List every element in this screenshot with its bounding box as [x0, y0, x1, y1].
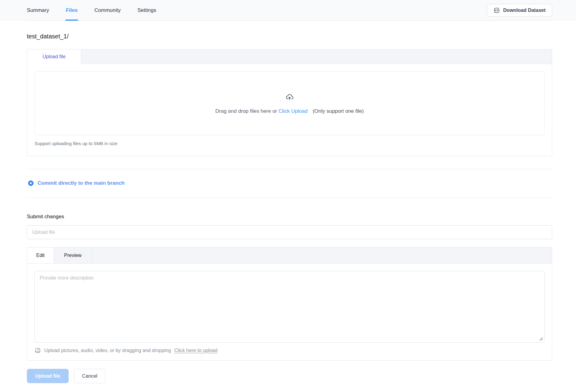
nav-tab-label: Summary	[27, 7, 49, 13]
upload-file-panel: Upload file Drag and drop files here or …	[27, 49, 552, 156]
tab-edit-label: Edit	[36, 253, 45, 258]
editor-tabbar: Edit Preview	[27, 248, 552, 264]
tab-upload-file[interactable]: Upload file	[27, 49, 81, 64]
attachment-helper-row: Upload pictures, audio, video, or by dra…	[34, 347, 545, 354]
section-divider	[27, 198, 552, 198]
description-editor-panel: Edit Preview	[27, 247, 552, 361]
dropzone-text-main: Drag and drop files here or	[215, 108, 277, 114]
submit-changes-heading: Submit changes	[27, 214, 552, 220]
nav-tab-files[interactable]: Files	[66, 0, 78, 21]
tab-preview-label: Preview	[64, 253, 81, 258]
editor-body: Upload pictures, audio, video, or by dra…	[27, 264, 552, 354]
nav-tab-label: Community	[94, 7, 121, 13]
nav-tab-settings[interactable]: Settings	[137, 0, 156, 21]
file-dropzone[interactable]: Drag and drop files here or Click Upload…	[34, 71, 545, 135]
tab-upload-file-label: Upload file	[42, 54, 66, 59]
dropzone-note: (Only support one file)	[313, 108, 364, 114]
picture-icon	[34, 347, 41, 354]
nav-tab-label: Settings	[137, 7, 156, 13]
tab-preview[interactable]: Preview	[54, 248, 92, 263]
nav-tab-summary[interactable]: Summary	[27, 0, 49, 21]
upload-panel-body: Drag and drop files here or Click Upload…	[27, 64, 552, 146]
upload-size-note: Support uploading files up to 5MB in siz…	[34, 141, 545, 146]
click-here-to-upload-link[interactable]: Click here to upload	[174, 348, 217, 353]
upload-file-button[interactable]: Upload file	[27, 369, 69, 383]
repo-nav-tabs: Summary Files Community Settings	[27, 0, 156, 21]
commit-main-branch-label: Commit directly to the main branch	[38, 180, 124, 186]
page-title: test_dataset_1/	[27, 33, 552, 40]
radio-checked-icon[interactable]	[28, 180, 34, 186]
commit-main-branch-option[interactable]: Commit directly to the main branch	[27, 169, 552, 198]
form-actions: Upload file Cancel	[27, 369, 552, 383]
nav-tab-label: Files	[66, 7, 78, 13]
description-textarea[interactable]	[34, 271, 545, 343]
nav-tab-community[interactable]: Community	[94, 0, 121, 21]
code-brackets-icon	[494, 7, 500, 13]
upload-panel-tabbar: Upload file	[27, 49, 552, 64]
cancel-button[interactable]: Cancel	[74, 369, 106, 383]
commit-message-input[interactable]	[27, 225, 552, 239]
download-dataset-label: Download Dataset	[503, 8, 545, 13]
click-upload-link[interactable]: Click Upload	[279, 108, 308, 114]
main-content: test_dataset_1/ Upload file Drag and dro…	[0, 33, 576, 383]
download-dataset-button[interactable]: Download Dataset	[487, 4, 552, 17]
cloud-upload-icon	[285, 92, 294, 102]
top-header: Summary Files Community Settings Downloa…	[0, 0, 576, 21]
attachment-helper-text: Upload pictures, audio, video, or by dra…	[44, 348, 171, 353]
tab-edit[interactable]: Edit	[27, 248, 54, 263]
dropzone-text: Drag and drop files here or Click Upload…	[215, 108, 364, 114]
